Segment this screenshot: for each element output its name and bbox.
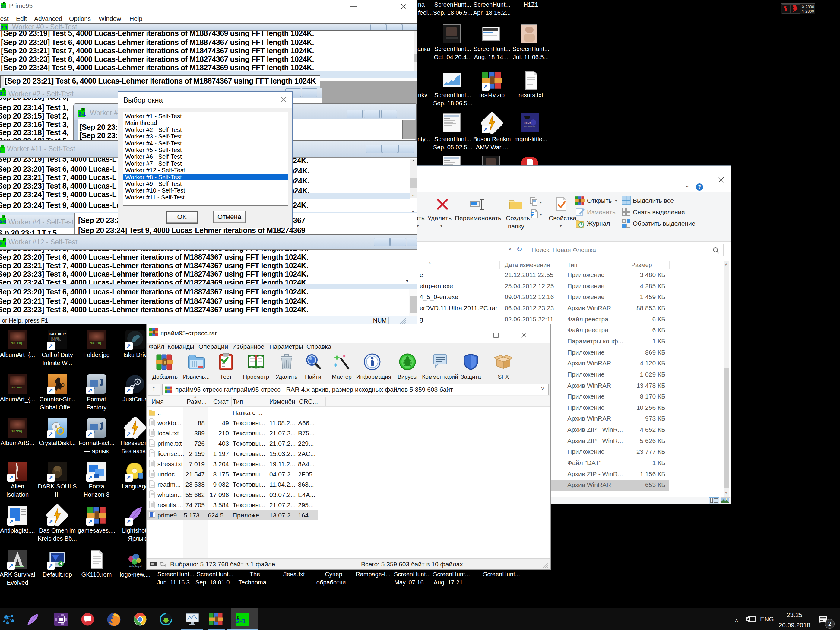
svg-text:2-1: 2-1 xyxy=(79,111,86,117)
svg-text:2-1: 2-1 xyxy=(236,617,246,625)
svg-text:Little Dark Age: Little Dark Age xyxy=(524,125,536,127)
svg-text:2-1: 2-1 xyxy=(1,4,6,9)
svg-text:2-1: 2-1 xyxy=(0,218,6,223)
svg-text:2-1: 2-1 xyxy=(1,25,8,30)
svg-text:1: 1 xyxy=(0,148,1,153)
svg-text:MGMT: MGMT xyxy=(524,122,531,124)
svg-text:P: P xyxy=(82,108,84,111)
svg-text:2-1: 2-1 xyxy=(0,91,6,96)
svg-text:Antiplagiat: Antiplagiat xyxy=(129,565,142,568)
svg-text:GO: GO xyxy=(58,383,65,388)
svg-text:2-1: 2-1 xyxy=(0,241,6,246)
